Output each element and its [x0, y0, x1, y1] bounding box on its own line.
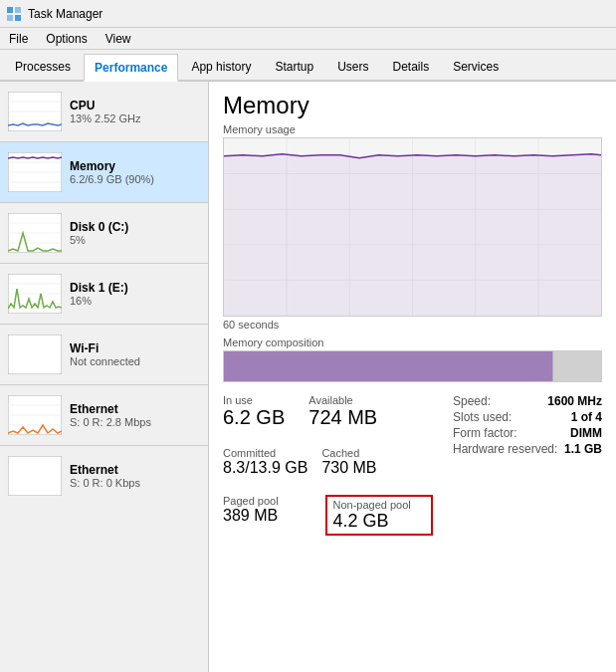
hw-reserved-key: Hardware reserved:	[453, 442, 557, 456]
wifi-label: Wi-Fi	[70, 341, 200, 355]
disk1-info: Disk 1 (E:) 16%	[70, 281, 200, 307]
memory-composition-bar	[223, 350, 602, 382]
sidebar: CPU 13% 2.52 GHz Memory 6.2/6.9 GB (90%)	[0, 82, 209, 672]
stat-committed: Committed 8.3/13.9 GB	[223, 447, 308, 477]
available-value: 724 MB	[308, 406, 377, 429]
title-text: Task Manager	[28, 7, 103, 21]
tab-bar: Processes Performance App history Startu…	[0, 50, 616, 82]
tab-performance[interactable]: Performance	[84, 54, 178, 82]
sidebar-item-ethernet1[interactable]: Ethernet S: 0 R: 2.8 Mbps	[0, 385, 208, 445]
info-form: Form factor: DIMM	[453, 426, 602, 440]
svg-rect-1	[15, 7, 21, 13]
committed-value: 8.3/13.9 GB	[223, 459, 308, 477]
sidebar-item-memory[interactable]: Memory 6.2/6.9 GB (90%)	[0, 142, 208, 202]
panel-title: Memory	[223, 92, 602, 119]
menu-file[interactable]: File	[6, 31, 31, 47]
disk1-thumbnail	[8, 274, 62, 314]
info-slots: Slots used: 1 of 4	[453, 410, 602, 424]
ethernet2-info: Ethernet S: 0 R: 0 Kbps	[70, 463, 200, 489]
svg-rect-37	[224, 351, 552, 381]
ethernet1-sub: S: 0 R: 2.8 Mbps	[70, 416, 200, 428]
paged-section: Paged pool 389 MB Non-paged pool 4.2 GB	[223, 495, 433, 536]
disk0-thumbnail	[8, 213, 62, 253]
ethernet2-label: Ethernet	[70, 463, 200, 477]
app-icon	[6, 6, 22, 22]
ethernet1-label: Ethernet	[70, 402, 200, 416]
memory-sub: 6.2/6.9 GB (90%)	[70, 173, 200, 185]
sidebar-item-cpu[interactable]: CPU 13% 2.52 GHz	[0, 82, 208, 141]
menu-bar: File Options View	[0, 28, 616, 50]
stat-paged-pool: Paged pool 389 MB	[223, 495, 315, 536]
main-content: CPU 13% 2.52 GHz Memory 6.2/6.9 GB (90%)	[0, 82, 616, 672]
slots-key: Slots used:	[453, 410, 512, 424]
committed-label: Committed	[223, 447, 308, 459]
wifi-sub: Not connected	[70, 355, 200, 367]
cpu-label: CPU	[70, 99, 200, 112]
ethernet1-info: Ethernet S: 0 R: 2.8 Mbps	[70, 402, 200, 428]
sidebar-item-disk1[interactable]: Disk 1 (E:) 16%	[0, 264, 208, 324]
info-col: Speed: 1600 MHz Slots used: 1 of 4 Form …	[443, 394, 602, 536]
disk0-info: Disk 0 (C:) 5%	[70, 220, 200, 246]
disk0-label: Disk 0 (C:)	[70, 220, 200, 234]
disk1-sub: 16%	[70, 295, 200, 307]
time-label: 60 seconds	[223, 319, 602, 331]
usage-label: Memory usage	[223, 123, 602, 135]
info-speed: Speed: 1600 MHz	[453, 394, 602, 408]
non-paged-pool-value: 4.2 GB	[333, 511, 426, 532]
info-hw-reserved: Hardware reserved: 1.1 GB	[453, 442, 602, 456]
ethernet2-sub: S: 0 R: 0 Kbps	[70, 477, 200, 489]
memory-info: Memory 6.2/6.9 GB (90%)	[70, 159, 200, 185]
form-key: Form factor:	[453, 426, 517, 440]
right-panel: Memory Memory usage	[209, 82, 616, 672]
memory-thumbnail	[8, 152, 62, 192]
stat-non-paged-pool: Non-paged pool 4.2 GB	[325, 495, 434, 536]
cpu-thumbnail	[8, 92, 62, 131]
hw-reserved-val: 1.1 GB	[564, 442, 602, 456]
menu-view[interactable]: View	[103, 31, 134, 47]
cpu-info: CPU 13% 2.52 GHz	[70, 99, 200, 124]
sidebar-item-ethernet2[interactable]: Ethernet S: 0 R: 0 Kbps	[0, 446, 208, 506]
cached-label: Cached	[321, 447, 376, 459]
title-bar: Task Manager	[0, 0, 616, 28]
memory-label: Memory	[70, 159, 200, 173]
wifi-info: Wi-Fi Not connected	[70, 341, 200, 367]
in-use-value: 6.2 GB	[223, 406, 285, 429]
memory-usage-chart	[223, 137, 602, 317]
cached-value: 730 MB	[321, 459, 376, 477]
svg-rect-3	[15, 15, 21, 21]
stat-available: Available 724 MB	[308, 394, 377, 429]
disk0-sub: 5%	[70, 234, 200, 246]
sidebar-item-disk0[interactable]: Disk 0 (C:) 5%	[0, 203, 208, 263]
svg-rect-25	[8, 456, 62, 496]
available-label: Available	[308, 394, 377, 406]
tab-processes[interactable]: Processes	[4, 52, 82, 80]
composition-label: Memory composition	[223, 336, 602, 348]
tab-services[interactable]: Services	[442, 52, 510, 80]
paged-pool-label: Paged pool	[223, 495, 315, 507]
form-val: DIMM	[570, 426, 602, 440]
slots-val: 1 of 4	[571, 410, 602, 424]
menu-options[interactable]: Options	[43, 31, 90, 47]
stat-cached: Cached 730 MB	[321, 447, 376, 477]
speed-val: 1600 MHz	[547, 394, 602, 408]
tab-startup[interactable]: Startup	[264, 52, 324, 80]
tab-app-history[interactable]: App history	[180, 52, 262, 80]
ethernet1-thumbnail	[8, 395, 62, 435]
cpu-sub: 13% 2.52 GHz	[70, 112, 200, 124]
tab-details[interactable]: Details	[381, 52, 440, 80]
tab-users[interactable]: Users	[326, 52, 379, 80]
svg-rect-0	[7, 7, 13, 13]
non-paged-pool-label: Non-paged pool	[333, 499, 426, 511]
disk1-label: Disk 1 (E:)	[70, 281, 200, 295]
svg-rect-20	[8, 335, 62, 374]
svg-rect-2	[7, 15, 13, 21]
speed-key: Speed:	[453, 394, 491, 408]
stat-in-use: In use 6.2 GB	[223, 394, 285, 429]
ethernet2-thumbnail	[8, 456, 62, 496]
wifi-thumbnail	[8, 335, 62, 374]
sidebar-item-wifi[interactable]: Wi-Fi Not connected	[0, 325, 208, 384]
paged-pool-value: 389 MB	[223, 507, 315, 525]
in-use-label: In use	[223, 394, 285, 406]
